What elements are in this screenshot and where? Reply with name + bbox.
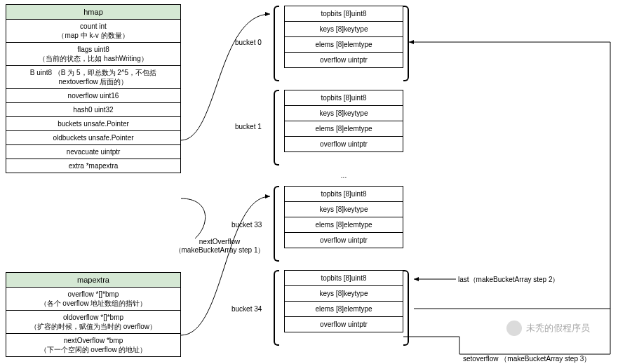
annotation-last: last（makeBucketArray step 2） — [458, 275, 560, 285]
hmap-row-nevacuate: nevacuate uintptr — [6, 145, 180, 159]
b0-keys: keys [8]keytype — [284, 21, 403, 37]
bracket-b1 — [274, 90, 279, 166]
hmap-row-b: B uint8 （B 为 5，即总数为 2^5，不包括 nextoverflow… — [6, 66, 180, 89]
mapextra-struct: mapextra overflow *[]*bmp（各个 overflow 地址… — [6, 272, 181, 357]
b34-keys: keys [8]keytype — [284, 285, 403, 302]
b1-keys: keys [8]keytype — [284, 105, 403, 121]
hmap-row-oldbuckets: oldbuckets unsafe.Pointer — [6, 131, 180, 145]
bracket-b0 — [274, 6, 279, 81]
bracket-b34 — [274, 270, 279, 346]
b1-overflow: overflow uintptr — [284, 136, 403, 152]
hmap-row-noverflow: noverflow uint16 — [6, 89, 180, 103]
b34-overflow: overflow uintptr — [284, 316, 403, 332]
hmap-row-extra: extra *mapextra — [6, 159, 180, 173]
b0-topbits: topbits [8]uint8 — [284, 6, 403, 22]
b1-elems: elems [8]elemtype — [284, 121, 403, 137]
bucket-0-label: bucket 0 — [235, 39, 262, 46]
hmap-row-count: count int（map 中 k-v 的数量） — [6, 20, 180, 43]
bucket-33: topbits [8]uint8 keys [8]keytype elems [… — [284, 186, 403, 248]
b33-keys: keys [8]keytype — [284, 201, 403, 217]
bucket-1: topbits [8]uint8 keys [8]keytype elems [… — [284, 90, 403, 152]
bucket-33-label: bucket 33 — [231, 221, 262, 229]
mapextra-row-nextoverflow: nextOverflow *bmp（下一个空闲的 overflow 的地址） — [6, 334, 180, 356]
watermark-text: 未秃的假程序员 — [526, 322, 590, 335]
bucket-34: topbits [8]uint8 keys [8]keytype elems [… — [284, 270, 403, 332]
mapextra-title: mapextra — [6, 273, 180, 288]
b33-elems: elems [8]elemtype — [284, 217, 403, 233]
watermark: 未秃的假程序员 — [506, 321, 590, 336]
hmap-title: hmap — [6, 5, 180, 20]
annotation-nextoverflow: nextOverflow（makeBucketArray step 1） — [163, 238, 276, 255]
bracket-b0-r — [403, 6, 409, 81]
mapextra-row-overflow: overflow *[]*bmp（各个 overflow 地址数组的指针） — [6, 288, 180, 311]
b34-topbits: topbits [8]uint8 — [284, 270, 403, 286]
mapextra-row-oldoverflow: oldoverflow *[]*bmp（扩容的时候，赋值为当时的 overflo… — [6, 311, 180, 334]
hmap-row-buckets: buckets unsafe.Pointer — [6, 117, 180, 131]
dots: ... — [337, 172, 351, 180]
b34-elems: elems [8]elemtype — [284, 301, 403, 317]
b33-topbits: topbits [8]uint8 — [284, 186, 403, 202]
hmap-struct: hmap count int（map 中 k-v 的数量） flags uint… — [6, 4, 181, 173]
bucket-34-label: bucket 34 — [231, 305, 262, 313]
watermark-icon — [506, 321, 522, 336]
annotation-setoverflow: setoverflow （makeBucketArray step 3） — [463, 354, 591, 364]
bucket-1-label: bucket 1 — [235, 123, 262, 130]
b0-elems: elems [8]elemtype — [284, 36, 403, 53]
hmap-row-hash0: hash0 uint32 — [6, 103, 180, 117]
b1-topbits: topbits [8]uint8 — [284, 90, 403, 106]
hmap-row-flags: flags uint8（当前的状态，比如 hashWriting） — [6, 43, 180, 66]
b33-overflow: overflow uintptr — [284, 232, 403, 248]
bucket-0: topbits [8]uint8 keys [8]keytype elems [… — [284, 6, 403, 68]
bracket-b34-r — [403, 270, 409, 346]
b0-overflow: overflow uintptr — [284, 52, 403, 68]
